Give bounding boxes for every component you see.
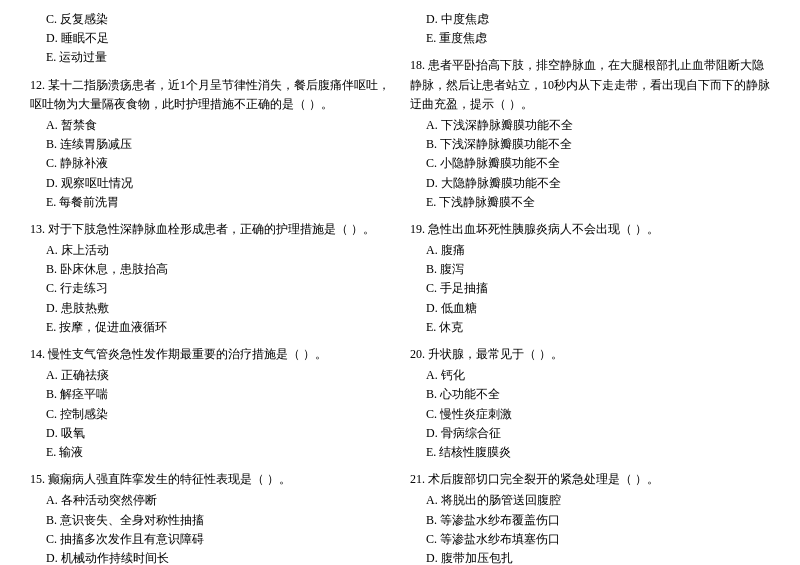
question-text: 21. 术后腹部切口完全裂开的紧急处理是（ ）。 <box>410 470 770 489</box>
question-text: 18. 患者平卧抬高下肢，排空静脉血，在大腿根部扎止血带阻断大隐静脉，然后让患者… <box>410 56 770 114</box>
option-item: B. 解痉平喘 <box>30 385 390 404</box>
question-block: C. 反复感染D. 睡眠不足E. 运动过量 <box>30 10 390 68</box>
option-item: D. 睡眠不足 <box>30 29 390 48</box>
option-item: C. 控制感染 <box>30 405 390 424</box>
content-columns: C. 反复感染D. 睡眠不足E. 运动过量12. 某十二指肠溃疡患者，近1个月呈… <box>30 10 770 565</box>
option-item: D. 骨病综合征 <box>410 424 770 443</box>
question-text: 14. 慢性支气管炎急性发作期最重要的治疗措施是（ ）。 <box>30 345 390 364</box>
option-item: A. 将脱出的肠管送回腹腔 <box>410 491 770 510</box>
option-item: D. 大隐静脉瓣膜功能不全 <box>410 174 770 193</box>
option-item: E. 休克 <box>410 318 770 337</box>
question-text: 15. 癫痫病人强直阵挛发生的特征性表现是（ ）。 <box>30 470 390 489</box>
question-block: 15. 癫痫病人强直阵挛发生的特征性表现是（ ）。A. 各种活动突然停断B. 意… <box>30 470 390 565</box>
option-item: D. 中度焦虑 <box>410 10 770 29</box>
question-text: 13. 对于下肢急性深静脉血栓形成患者，正确的护理措施是（ ）。 <box>30 220 390 239</box>
option-item: B. 心功能不全 <box>410 385 770 404</box>
option-item: E. 输液 <box>30 443 390 462</box>
option-item: D. 观察呕吐情况 <box>30 174 390 193</box>
option-item: E. 重度焦虑 <box>410 29 770 48</box>
question-block: D. 中度焦虑E. 重度焦虑 <box>410 10 770 48</box>
option-item: A. 床上活动 <box>30 241 390 260</box>
option-item: E. 下浅静脉瓣膜不全 <box>410 193 770 212</box>
left-column: C. 反复感染D. 睡眠不足E. 运动过量12. 某十二指肠溃疡患者，近1个月呈… <box>30 10 390 565</box>
option-item: D. 患肢热敷 <box>30 299 390 318</box>
question-block: 19. 急性出血坏死性胰腺炎病人不会出现（ ）。A. 腹痛B. 腹泻C. 手足抽… <box>410 220 770 337</box>
option-item: C. 小隐静脉瓣膜功能不全 <box>410 154 770 173</box>
option-item: A. 下浅深静脉瓣膜功能不全 <box>410 116 770 135</box>
option-item: C. 抽搐多次发作且有意识障碍 <box>30 530 390 549</box>
option-item: A. 钙化 <box>410 366 770 385</box>
question-block: 18. 患者平卧抬高下肢，排空静脉血，在大腿根部扎止血带阻断大隐静脉，然后让患者… <box>410 56 770 212</box>
question-block: 13. 对于下肢急性深静脉血栓形成患者，正确的护理措施是（ ）。A. 床上活动B… <box>30 220 390 337</box>
option-item: E. 按摩，促进血液循环 <box>30 318 390 337</box>
option-item: A. 各种活动突然停断 <box>30 491 390 510</box>
option-item: C. 静脉补液 <box>30 154 390 173</box>
right-column: D. 中度焦虑E. 重度焦虑18. 患者平卧抬高下肢，排空静脉血，在大腿根部扎止… <box>410 10 770 565</box>
option-item: D. 吸氧 <box>30 424 390 443</box>
option-item: A. 腹痛 <box>410 241 770 260</box>
option-item: B. 下浅深静脉瓣膜功能不全 <box>410 135 770 154</box>
option-item: C. 行走练习 <box>30 279 390 298</box>
question-block: 14. 慢性支气管炎急性发作期最重要的治疗措施是（ ）。A. 正确祛痰B. 解痉… <box>30 345 390 462</box>
option-item: A. 暂禁食 <box>30 116 390 135</box>
question-text: 19. 急性出血坏死性胰腺炎病人不会出现（ ）。 <box>410 220 770 239</box>
option-item: C. 等渗盐水纱布填塞伤口 <box>410 530 770 549</box>
option-item: D. 腹带加压包扎 <box>410 549 770 565</box>
page: C. 反复感染D. 睡眠不足E. 运动过量12. 某十二指肠溃疡患者，近1个月呈… <box>30 10 770 565</box>
option-item: A. 正确祛痰 <box>30 366 390 385</box>
option-item: B. 腹泻 <box>410 260 770 279</box>
question-text: 12. 某十二指肠溃疡患者，近1个月呈节律性消失，餐后腹痛伴呕吐，呕吐物为大量隔… <box>30 76 390 114</box>
option-item: B. 连续胃肠减压 <box>30 135 390 154</box>
option-item: E. 运动过量 <box>30 48 390 67</box>
option-item: D. 机械动作持续时间长 <box>30 549 390 565</box>
question-text: 20. 升状腺，最常见于（ ）。 <box>410 345 770 364</box>
question-block: 20. 升状腺，最常见于（ ）。A. 钙化B. 心功能不全C. 慢性炎症刺激D.… <box>410 345 770 462</box>
option-item: D. 低血糖 <box>410 299 770 318</box>
question-block: 12. 某十二指肠溃疡患者，近1个月呈节律性消失，餐后腹痛伴呕吐，呕吐物为大量隔… <box>30 76 390 212</box>
option-item: B. 等渗盐水纱布覆盖伤口 <box>410 511 770 530</box>
option-item: B. 意识丧失、全身对称性抽搐 <box>30 511 390 530</box>
option-item: C. 反复感染 <box>30 10 390 29</box>
option-item: C. 手足抽搐 <box>410 279 770 298</box>
option-item: C. 慢性炎症刺激 <box>410 405 770 424</box>
option-item: B. 卧床休息，患肢抬高 <box>30 260 390 279</box>
question-block: 21. 术后腹部切口完全裂开的紧急处理是（ ）。A. 将脱出的肠管送回腹腔B. … <box>410 470 770 565</box>
option-item: E. 每餐前洗胃 <box>30 193 390 212</box>
option-item: E. 结核性腹膜炎 <box>410 443 770 462</box>
